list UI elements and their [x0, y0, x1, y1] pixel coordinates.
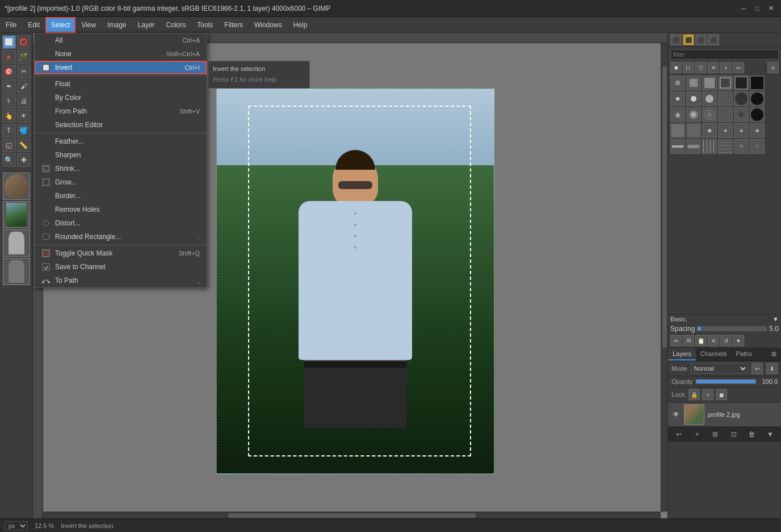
menu-item-windows[interactable]: Windows — [249, 17, 288, 33]
brush-cell-c5[interactable] — [734, 91, 749, 106]
brush-cell-sq1[interactable] — [670, 76, 685, 90]
brush-view-btn[interactable]: ≡ — [767, 62, 779, 73]
lock-alpha-btn[interactable]: ◼ — [716, 389, 727, 400]
text-tool[interactable]: T — [2, 124, 16, 137]
brush-cell-star[interactable]: ★ — [670, 107, 685, 122]
brush-cell-c4[interactable] — [718, 91, 733, 106]
lock-position-btn[interactable]: + — [702, 389, 713, 400]
brush-diag-2[interactable] — [718, 139, 733, 154]
menu-select-remove-holes[interactable]: Remove Holes — [35, 203, 207, 216]
mode-merge-btn[interactable]: ⬇ — [766, 363, 778, 374]
thumbnail-1[interactable] — [3, 173, 30, 200]
menu-select-none[interactable]: None Shift+Ctrl+A — [35, 47, 207, 61]
ellipse-select-tool[interactable]: ⭕ — [17, 35, 31, 49]
menu-item-file[interactable]: File — [0, 17, 22, 33]
brush-cell-dots1[interactable] — [686, 107, 701, 122]
brush-tool-btn-5[interactable]: + — [720, 62, 732, 73]
menu-select-toggle-quick-mask[interactable]: Toggle Quick Mask Shift+Q — [35, 246, 207, 260]
menu-select-to-path[interactable]: To Path , — [35, 274, 207, 287]
brush-texture-4[interactable]: ✦ — [718, 123, 733, 138]
dodge-tool[interactable]: ☀ — [17, 109, 31, 123]
spacing-slider[interactable] — [697, 326, 767, 331]
panel-lower-btn[interactable]: ⊞ — [709, 429, 721, 440]
brush-cell-c3[interactable] — [702, 91, 717, 106]
tab-layers[interactable]: Layers — [668, 348, 696, 361]
layer-visibility-icon[interactable]: 👁 — [671, 410, 681, 419]
thumbnail-4[interactable] — [3, 258, 30, 285]
bucket-tool[interactable]: 🪣 — [17, 124, 31, 137]
edit-brush-btn[interactable]: ✏ — [670, 335, 682, 346]
brush-cell-dots3[interactable] — [718, 107, 733, 122]
panel-new-btn[interactable]: ↩ — [673, 429, 685, 440]
brush-cell-sq4[interactable] — [718, 76, 733, 90]
scissors-tool[interactable]: ✂ — [17, 65, 31, 78]
brush-tool-btn-1[interactable]: ◽ — [670, 62, 682, 73]
brush-cell-sq6[interactable] — [750, 76, 765, 90]
panel-more-btn[interactable]: ▼ — [765, 429, 776, 440]
more-btn[interactable]: ▼ — [733, 335, 744, 346]
tab-channels[interactable]: Channels — [696, 348, 731, 361]
menu-select-by-color[interactable]: By Color — [35, 91, 207, 104]
brush-cell-dots5[interactable] — [750, 107, 765, 122]
panel-icon-3[interactable]: ⬛ — [695, 34, 707, 45]
mode-select[interactable]: Normal Multiply Screen — [691, 363, 748, 374]
menu-item-layer[interactable]: Layer — [132, 17, 161, 33]
menu-select-feather[interactable]: Feather... — [35, 135, 207, 148]
brush-tool-btn-6[interactable]: ↩ — [733, 62, 744, 73]
brush-cell-dots4[interactable] — [734, 107, 749, 122]
panel-del-btn[interactable]: 🗑 — [746, 429, 758, 440]
fuzzy-select-tool[interactable]: 🪄 — [17, 50, 31, 64]
brush-texture-3[interactable]: ✚ — [702, 123, 717, 138]
panel-icon-4[interactable]: ⬛ — [708, 34, 719, 45]
menu-select-rounded-rectangle[interactable]: Rounded Rectangle... . — [35, 230, 207, 244]
menu-select-grow[interactable]: Grow... — [35, 175, 207, 189]
menu-select-selection-editor[interactable]: Selection Editor — [35, 118, 207, 132]
panel-raise-btn[interactable]: + — [691, 429, 703, 440]
brush-tool-btn-2[interactable]: ▷ — [683, 62, 694, 73]
close-button[interactable]: ✕ — [765, 3, 776, 14]
mode-reset-btn[interactable]: ↩ — [751, 363, 763, 374]
paths-tool[interactable]: ✒ — [2, 79, 16, 93]
brush-line-1[interactable] — [670, 139, 685, 154]
menu-select-sharpen[interactable]: Sharpen — [35, 148, 207, 162]
brush-cell-c2[interactable] — [686, 91, 701, 106]
filter-input[interactable] — [670, 49, 779, 60]
heal-tool[interactable]: ⚕ — [2, 94, 16, 108]
menu-select-shrink[interactable]: Shrink... — [35, 162, 207, 175]
color-select-tool[interactable]: 🎯 — [2, 65, 16, 78]
menu-item-colors[interactable]: Colors — [161, 17, 192, 33]
brush-line-2[interactable] — [686, 139, 701, 154]
menu-select-invert[interactable]: Invert Ctrl+I Invert the selection Press… — [35, 61, 207, 74]
brush-texture-6[interactable]: ✷ — [750, 123, 765, 138]
menu-select-all[interactable]: All Ctrl+A — [35, 33, 207, 47]
menu-item-image[interactable]: Image — [102, 17, 132, 33]
menu-item-edit[interactable]: Edit — [22, 17, 45, 33]
delete-brush-btn[interactable]: ✕ — [708, 335, 719, 346]
brush-texture-5[interactable]: ✶ — [734, 123, 749, 138]
menu-item-help[interactable]: Help — [288, 17, 313, 33]
panel-icon-1[interactable]: ⬛ — [670, 34, 682, 45]
minimize-button[interactable]: ─ — [738, 3, 749, 14]
brush-cell-dots2[interactable] — [702, 107, 717, 122]
gradient-tool[interactable]: ◱ — [2, 139, 16, 152]
free-select-tool[interactable]: 🔺 — [2, 50, 16, 64]
menu-item-view[interactable]: View — [75, 17, 102, 33]
scroll-thumb-h[interactable] — [228, 513, 475, 518]
brush-cell-c6[interactable] — [750, 91, 765, 106]
menu-select-from-path[interactable]: From Path Shift+V — [35, 104, 207, 118]
smudge-tool[interactable]: 👆 — [2, 109, 16, 123]
lock-pixels-btn[interactable]: 🔒 — [688, 389, 700, 400]
move-tool[interactable]: ✚ — [17, 153, 31, 167]
menu-select-float[interactable]: Float — [35, 77, 207, 91]
refresh-btn[interactable]: ↺ — [720, 335, 732, 346]
horizontal-scrollbar[interactable] — [43, 512, 661, 518]
brush-cell-sq5[interactable] — [734, 76, 749, 90]
brush-texture-2[interactable] — [686, 123, 701, 138]
brush-diag-1[interactable] — [702, 139, 717, 154]
thumbnail-3[interactable] — [3, 229, 30, 257]
panel-dupe-btn[interactable]: ⊡ — [728, 429, 740, 440]
brush-complex-1[interactable]: /// — [734, 139, 749, 154]
layer-item[interactable]: 👁 profile 2.jpg — [668, 403, 781, 426]
brush-tool-btn-3[interactable]: ▽ — [695, 62, 707, 73]
copy-brush-btn[interactable]: ⧉ — [683, 335, 694, 346]
